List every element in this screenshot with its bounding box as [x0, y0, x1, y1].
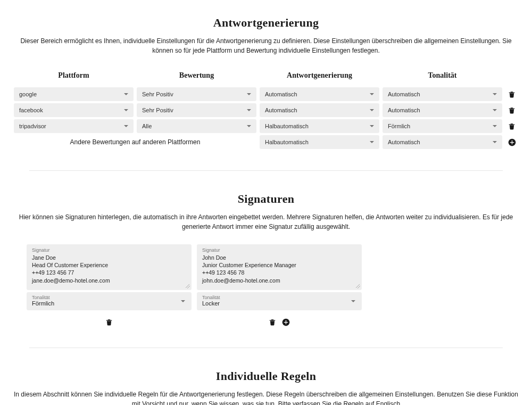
delete-row-button[interactable]	[508, 90, 516, 98]
chevron-down-icon	[247, 93, 251, 95]
answer-generation-grid: Plattform Bewertung Antwortgenerierung T…	[13, 68, 519, 149]
chevron-down-icon	[370, 109, 374, 111]
tone-select[interactable]: Automatisch	[383, 103, 502, 117]
col-head-tone: Tonalität	[383, 68, 502, 85]
chevron-down-icon	[493, 125, 497, 127]
signatures-grid: Signatur Jane Doe Head Of Customer Exper…	[13, 244, 519, 326]
add-signature-button[interactable]	[281, 318, 290, 326]
tone-select[interactable]: Automatisch	[383, 87, 502, 101]
chevron-down-icon	[124, 125, 128, 127]
col-head-platform: Plattform	[14, 68, 134, 85]
signature-textarea[interactable]: Signatur Jane Doe Head Of Customer Exper…	[27, 244, 192, 290]
signature-textarea[interactable]: Signatur John Doe Junior Customer Experi…	[197, 244, 362, 290]
generation-select[interactable]: Automatisch	[260, 103, 379, 117]
select-value: Sehr Positiv	[142, 107, 173, 113]
section-divider	[29, 170, 503, 171]
platform-select[interactable]: google	[14, 87, 134, 101]
platform-select[interactable]: facebook	[14, 103, 134, 117]
signature-label: Signatur	[202, 247, 356, 253]
select-value: Alle	[142, 123, 152, 129]
chevron-down-icon	[370, 125, 374, 127]
delete-row-button[interactable]	[508, 106, 516, 114]
chevron-down-icon	[370, 93, 374, 95]
select-value: Automatisch	[265, 91, 297, 97]
chevron-down-icon	[370, 141, 374, 143]
section-divider	[29, 348, 503, 348]
select-value: Automatisch	[265, 107, 297, 113]
select-value: google	[19, 91, 37, 97]
select-value: Sehr Positiv	[142, 91, 173, 97]
generation-select[interactable]: Halbautomatisch	[260, 119, 379, 133]
signature-text: Jane Doe Head Of Customer Experience ++4…	[32, 254, 186, 284]
col-head-rating: Bewertung	[137, 68, 256, 85]
tone-select[interactable]: Förmlich	[383, 119, 502, 133]
signature-text: John Doe Junior Customer Experience Mana…	[202, 254, 356, 284]
select-value: facebook	[19, 107, 43, 113]
select-value: Automatisch	[388, 91, 420, 97]
chevron-down-icon	[124, 109, 128, 111]
chevron-down-icon	[124, 93, 128, 95]
col-head-generation: Antwortgenerierung	[260, 68, 379, 85]
select-value: Automatisch	[388, 139, 420, 145]
select-value: Förmlich	[388, 123, 410, 129]
rating-select[interactable]: Alle	[137, 119, 256, 133]
select-value: tripadvisor	[19, 123, 46, 129]
generation-select[interactable]: Halbautomatisch	[260, 135, 379, 149]
signature-tone-select[interactable]: Tonalität Förmlich	[27, 292, 192, 310]
delete-row-button[interactable]	[508, 122, 516, 130]
answer-generation-desc: Dieser Bereich ermöglicht es Ihnen, indi…	[13, 36, 519, 55]
other-reviews-label: Andere Bewertungen auf anderen Plattform…	[14, 136, 256, 148]
chevron-down-icon	[181, 300, 185, 302]
add-row-button[interactable]	[508, 138, 516, 146]
rules-desc: In diesem Abschnitt können Sie individue…	[13, 390, 519, 405]
select-value: Locker	[202, 300, 356, 307]
signature-label: Signatur	[32, 247, 186, 253]
signatures-desc: Hier können sie Signaturen hinterlegen, …	[13, 212, 519, 232]
chevron-down-icon	[493, 141, 497, 143]
delete-signature-button[interactable]	[105, 318, 113, 326]
generation-select[interactable]: Automatisch	[260, 87, 379, 101]
select-value: Förmlich	[32, 300, 186, 307]
select-value: Halbautomatisch	[265, 123, 309, 129]
tone-label: Tonalität	[32, 295, 186, 300]
chevron-down-icon	[351, 300, 355, 302]
select-value: Automatisch	[388, 107, 420, 113]
signature-tone-select[interactable]: Tonalität Locker	[197, 292, 362, 310]
select-value: Halbautomatisch	[265, 139, 309, 145]
chevron-down-icon	[493, 93, 497, 95]
chevron-down-icon	[493, 109, 497, 111]
rating-select[interactable]: Sehr Positiv	[137, 103, 256, 117]
tone-select[interactable]: Automatisch	[383, 135, 502, 149]
chevron-down-icon	[247, 109, 251, 111]
signatures-title: Signaturen	[13, 192, 519, 206]
rules-title: Individuelle Regeln	[13, 369, 519, 383]
chevron-down-icon	[247, 125, 251, 127]
delete-signature-button[interactable]	[269, 318, 276, 326]
platform-select[interactable]: tripadvisor	[14, 119, 134, 133]
tone-label: Tonalität	[202, 295, 356, 300]
answer-generation-title: Antwortgenerierung	[13, 16, 519, 30]
rating-select[interactable]: Sehr Positiv	[137, 87, 256, 101]
